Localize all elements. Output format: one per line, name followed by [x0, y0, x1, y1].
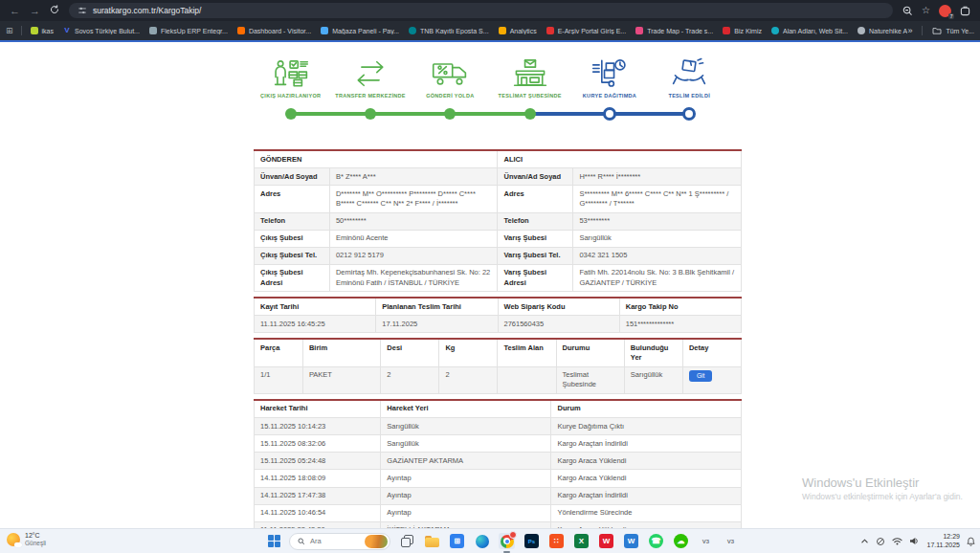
- bookmark-item[interactable]: Dashboard - Visitor...: [233, 27, 316, 34]
- word-icon[interactable]: W: [623, 533, 639, 549]
- tracker-step-5: KURYE DAĞITIMDA: [569, 57, 649, 99]
- table-row: 14.11.2025 17:47:38AyıntapKargo Araçtan …: [255, 487, 742, 504]
- tray-status-crossed-icon[interactable]: [876, 537, 885, 546]
- history-rows: 15.11.2025 10:14:23SarıgüllükKurye Dağıt…: [255, 418, 742, 530]
- system-tray: 12:29 17.11.2025: [860, 531, 975, 551]
- notification-bell-icon[interactable]: [967, 537, 975, 546]
- folder-icon: [932, 27, 942, 34]
- taskbar-weather-widget[interactable]: 12°C Güneşli: [7, 532, 46, 547]
- microsoft-store-icon[interactable]: ⊞: [449, 533, 465, 549]
- field-label: Çıkış Şubesi: [255, 230, 330, 247]
- bookmark-item[interactable]: TNB Kayıtlı Eposta S...: [404, 27, 494, 34]
- scanner-app-icon[interactable]: ∷: [548, 533, 565, 549]
- whatsapp-icon[interactable]: ☎: [648, 533, 664, 549]
- divider: [922, 26, 923, 35]
- bookmark-label: Sovos Türkiye Bulut...: [75, 28, 140, 34]
- field-value: Sarıgüllük: [381, 435, 551, 453]
- field-value: 14.11.2025 18:08:09: [255, 470, 381, 487]
- bookmark-item[interactable]: Analytics: [494, 27, 542, 34]
- bookmark-item[interactable]: Mağaza Paneli - Pay...: [316, 27, 404, 34]
- red-w-app-icon[interactable]: W: [598, 533, 614, 549]
- divider: [21, 26, 22, 35]
- back-icon[interactable]: ←: [10, 6, 20, 16]
- volume-icon[interactable]: [909, 537, 920, 545]
- field-value: 53********: [573, 212, 742, 230]
- bookmark-favicon: [237, 27, 245, 34]
- tracker-step-dot: [444, 108, 456, 120]
- receiver-section-title: ALICI: [498, 150, 742, 168]
- table-row: Ünvan/Ad SoyadB* Z**** A***Ünvan/Ad Soya…: [255, 168, 742, 186]
- taskbar-search[interactable]: Ara: [289, 533, 390, 550]
- address-bar[interactable]: suratkargo.com.tr/KargoTakip/: [69, 3, 893, 18]
- edge-icon[interactable]: [474, 533, 490, 549]
- bookmark-item[interactable]: Biz Kimiz: [718, 27, 767, 34]
- all-bookmarks-button[interactable]: Tüm Ye...: [932, 27, 974, 34]
- file-explorer-icon[interactable]: [424, 533, 440, 549]
- windows-taskbar: 12°C Güneşli Ara ⊞Ps∷XWW☎☁V3V3 1: [0, 528, 980, 553]
- notification-badge: [509, 531, 517, 539]
- zoom-icon[interactable]: [902, 6, 913, 16]
- tracker-step-label: ÇIKIŞ HAZIRLANIYOR: [260, 93, 321, 99]
- table-row: Çıkış ŞubesiEminönü AcenteVarış ŞubesiSa…: [255, 230, 742, 247]
- windows-activation-watermark: Windows'u Etkinleştir Windows'u etkinleş…: [802, 476, 963, 501]
- bookmark-item[interactable]: E-Arşiv Portal Giriş E...: [542, 27, 632, 34]
- reload-icon[interactable]: [50, 5, 59, 16]
- field-value: B* Z**** A***: [329, 168, 498, 186]
- column-header: Kargo Takip No: [619, 298, 741, 316]
- bookmark-item[interactable]: ikas: [26, 27, 58, 34]
- column-header: Desi: [381, 339, 439, 366]
- bookmark-favicon: V: [63, 27, 71, 34]
- bookmark-item[interactable]: VSovos Türkiye Bulut...: [58, 27, 145, 34]
- field-value: Kargo Araca Yüklendi: [551, 453, 742, 470]
- column-header: Web Sipariş Kodu: [498, 298, 619, 316]
- taskbar-clock[interactable]: 12:29 17.11.2025: [926, 533, 960, 549]
- tracker-step-label: TESLİMAT ŞUBESİNDE: [499, 93, 562, 99]
- watermark-title: Windows'u Etkinleştir: [802, 476, 963, 490]
- photoshop-icon[interactable]: Ps: [523, 533, 540, 549]
- extensions-icon[interactable]: [960, 6, 970, 16]
- clock-time: 12:29: [926, 533, 960, 541]
- field-value: Yönlendirme Sürecinde: [551, 504, 742, 521]
- search-highlight-thumbnail: [365, 535, 388, 548]
- url-text: suratkargo.com.tr/KargoTakip/: [93, 6, 201, 15]
- excel-icon[interactable]: X: [573, 533, 590, 549]
- weather-sun-icon: [7, 533, 20, 546]
- tray-chevron-up-icon[interactable]: [860, 538, 869, 544]
- field-value: 2: [381, 366, 439, 393]
- transfer-arrows-icon: [351, 57, 390, 90]
- tracking-details: GÖNDEREN ALICI Ünvan/Ad SoyadB* Z**** A*…: [254, 149, 742, 529]
- site-settings-icon[interactable]: [78, 6, 87, 15]
- wifi-icon[interactable]: [892, 537, 902, 545]
- field-value: S********* M** 6***** C**** C** N** 1 Ş*…: [573, 186, 742, 212]
- profile-avatar[interactable]: 7: [939, 5, 951, 17]
- bookmark-item[interactable]: Trade Map - Trade s...: [631, 27, 718, 34]
- bookmark-favicon: [635, 27, 643, 34]
- branch-store-icon: [511, 57, 549, 90]
- bookmark-item[interactable]: Alan Adları, Web Sit...: [767, 27, 853, 34]
- chrome-icon[interactable]: [499, 533, 515, 549]
- forward-icon[interactable]: →: [30, 6, 40, 16]
- apps-grid-icon[interactable]: ⊞: [6, 26, 13, 35]
- bookmark-star-icon[interactable]: ☆: [922, 6, 930, 15]
- detail-button[interactable]: Git: [689, 370, 712, 382]
- courier-trolley-icon: [590, 57, 629, 90]
- column-header: Durum: [551, 400, 742, 418]
- table-row: Telefon50********Telefon53********: [255, 212, 742, 230]
- v3-app-icon[interactable]: V3: [698, 533, 714, 549]
- field-value: H**** R**** İ********: [573, 168, 742, 186]
- watermark-subtitle: Windows'u etkinleştirmek için Ayarlar'a …: [802, 492, 963, 501]
- bookmark-item[interactable]: Naturehike Aeros Şi...: [853, 27, 907, 34]
- field-label: Varış Şubesi: [498, 230, 573, 247]
- table-row: Çıkış Şubesi AdresiDemirtaş Mh. Kepenekç…: [255, 264, 742, 291]
- bookmarks-overflow-chevron[interactable]: »: [907, 26, 912, 35]
- field-value: [498, 366, 556, 393]
- field-value: 1/1: [255, 366, 303, 393]
- column-header: Hareket Tarihi: [255, 400, 381, 418]
- package-prep-icon: [272, 57, 310, 90]
- wechat-icon[interactable]: ☁: [673, 533, 689, 549]
- v3-app-icon-2[interactable]: V3: [723, 533, 739, 549]
- task-view-icon[interactable]: [399, 533, 415, 549]
- start-button[interactable]: [268, 535, 280, 547]
- field-label: Ünvan/Ad Soyad: [255, 168, 330, 186]
- bookmark-item[interactable]: FleksUp ERP Entegr...: [145, 27, 233, 34]
